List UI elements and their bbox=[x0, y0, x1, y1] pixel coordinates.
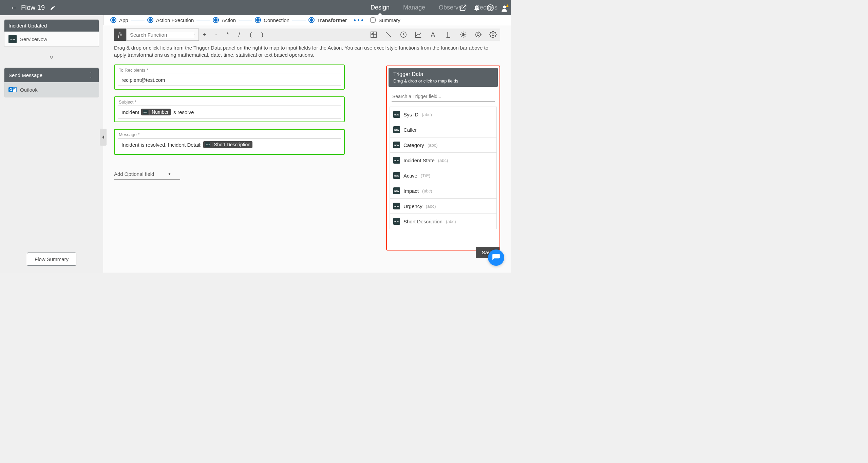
angle-fn-icon[interactable] bbox=[385, 31, 392, 38]
message-input[interactable]: Incident is resolved. Incident Detail: n… bbox=[118, 138, 341, 151]
search-icon[interactable] bbox=[194, 31, 195, 38]
fx-icon: fx bbox=[114, 29, 126, 41]
math-fn-icon[interactable]: + bbox=[370, 31, 377, 38]
subject-input[interactable]: Incident now|Number is resolve bbox=[118, 106, 341, 118]
function-search-container bbox=[126, 29, 199, 41]
action-app-name: Outlook bbox=[20, 87, 38, 93]
op-paren-close[interactable]: ) bbox=[257, 31, 268, 38]
idea-fn-icon[interactable]: $ bbox=[459, 31, 467, 38]
trigger-card-body[interactable]: now ServiceNow bbox=[4, 32, 99, 47]
to-recipients-field: To Recipients * recipient@test.com bbox=[114, 64, 345, 90]
tab-recipes[interactable]: Recipes bbox=[475, 1, 497, 15]
wizard-step-summary[interactable]: Summary bbox=[370, 17, 400, 23]
add-optional-field-dropdown[interactable]: Add Optional field ▼ bbox=[114, 171, 180, 180]
to-recipients-label: To Recipients * bbox=[116, 67, 343, 73]
trigger-field-active[interactable]: nowActive(T/F) bbox=[390, 168, 497, 183]
tab-observe[interactable]: Observe bbox=[439, 1, 462, 15]
action-card-header[interactable]: Send Message ⋯ bbox=[4, 68, 99, 82]
subject-field: Subject * Incident now|Number is resolve bbox=[114, 96, 345, 122]
op-paren-open[interactable]: ( bbox=[245, 31, 257, 38]
action-card-menu-icon[interactable]: ⋯ bbox=[87, 72, 95, 78]
to-recipients-input[interactable]: recipient@test.com bbox=[118, 74, 341, 86]
op-divide[interactable]: / bbox=[233, 31, 245, 38]
wizard-step-app[interactable]: App bbox=[110, 17, 128, 23]
form-fields-area: To Recipients * recipient@test.com Subje… bbox=[114, 64, 345, 162]
left-sidebar: Incident Updated now ServiceNow » .chevr… bbox=[0, 15, 103, 273]
outlook-icon: O bbox=[8, 86, 17, 94]
edit-flow-title-icon[interactable] bbox=[50, 5, 55, 11]
trigger-panel-header: Trigger Data Drag & drop or click to map… bbox=[389, 68, 498, 87]
trigger-search-input[interactable] bbox=[392, 94, 494, 99]
tab-manage[interactable]: Manage bbox=[403, 1, 425, 15]
trigger-field-sys-id[interactable]: nowSys ID(abc) bbox=[390, 107, 497, 122]
svg-text:i: i bbox=[447, 31, 449, 38]
trigger-panel-title: Trigger Data bbox=[393, 71, 493, 77]
trigger-field-list: nowSys ID(abc) nowCaller nowCategory(abc… bbox=[390, 107, 497, 250]
flow-title: Flow 19 bbox=[21, 4, 45, 12]
flow-summary-button[interactable]: Flow Summary bbox=[27, 253, 76, 266]
op-plus[interactable]: + bbox=[199, 31, 210, 38]
svg-point-24 bbox=[476, 32, 481, 37]
trigger-app-name: ServiceNow bbox=[20, 36, 47, 42]
chart-fn-icon[interactable] bbox=[415, 31, 422, 38]
text-fn-icon[interactable]: A bbox=[430, 31, 437, 38]
svg-line-21 bbox=[461, 36, 462, 37]
subject-label: Subject * bbox=[116, 98, 343, 105]
trigger-field-incident-state[interactable]: nowIncident State(abc) bbox=[390, 152, 497, 168]
header-left: ← Flow 19 bbox=[10, 3, 55, 12]
top-header: ← Flow 19 Design Manage Observe Recipes … bbox=[0, 0, 511, 15]
clock-gear-fn-icon[interactable] bbox=[474, 31, 482, 38]
trigger-data-panel: Trigger Data Drag & drop or click to map… bbox=[386, 66, 500, 251]
svg-point-29 bbox=[492, 34, 494, 36]
svg-line-19 bbox=[461, 33, 462, 33]
op-multiply[interactable]: * bbox=[222, 31, 233, 38]
time-fn-icon[interactable] bbox=[400, 31, 407, 38]
svg-text:+: + bbox=[372, 32, 373, 34]
function-category-toolbar: + A i $ bbox=[370, 31, 500, 38]
action-card-body[interactable]: O Outlook bbox=[4, 82, 99, 97]
svg-text:$: $ bbox=[463, 33, 464, 36]
trigger-card: Incident Updated now ServiceNow bbox=[4, 19, 99, 47]
user-warning-icon: ▲ bbox=[505, 3, 510, 8]
function-bar: fx + - * / ( ) + bbox=[114, 29, 500, 41]
trigger-card-header[interactable]: Incident Updated bbox=[4, 20, 99, 32]
servicenow-icon: now bbox=[8, 35, 17, 43]
svg-line-5 bbox=[195, 35, 195, 35]
wizard-progress-bar: App Action Execution Action Connection T… bbox=[103, 15, 511, 25]
helper-text: Drag & drop or click fields from the Tri… bbox=[114, 44, 500, 58]
svg-point-4 bbox=[194, 34, 195, 35]
gear-fn-icon[interactable] bbox=[489, 31, 497, 38]
op-minus[interactable]: - bbox=[210, 31, 222, 38]
svg-line-22 bbox=[465, 33, 466, 33]
trigger-field-urgency[interactable]: nowUrgency(abc) bbox=[390, 198, 497, 214]
svg-line-20 bbox=[465, 36, 466, 37]
wizard-step-action-execution[interactable]: Action Execution bbox=[147, 17, 194, 23]
collapse-sidebar-handle[interactable] bbox=[100, 129, 107, 146]
back-arrow-icon[interactable]: ← bbox=[10, 3, 18, 12]
wizard-step-transformer[interactable]: Transformer bbox=[308, 17, 347, 23]
flow-direction-icon: » bbox=[47, 55, 56, 59]
tab-design[interactable]: Design bbox=[371, 1, 390, 15]
info-fn-icon[interactable]: i bbox=[445, 31, 452, 38]
trigger-field-impact[interactable]: nowImpact(abc) bbox=[390, 183, 497, 199]
chat-support-icon[interactable] bbox=[488, 249, 504, 266]
number-chip[interactable]: now|Number bbox=[141, 109, 171, 115]
trigger-panel-subtitle: Drag & drop or click to map fields bbox=[393, 78, 493, 84]
main-canvas: App Action Execution Action Connection T… bbox=[103, 15, 511, 273]
user-profile-icon[interactable]: ▲ bbox=[500, 4, 508, 12]
message-field: Message * Incident is resolved. Incident… bbox=[114, 129, 345, 155]
wizard-step-action[interactable]: Action bbox=[213, 17, 236, 23]
wizard-step-connection[interactable]: Connection bbox=[255, 17, 289, 23]
operator-group: + - * / ( ) bbox=[199, 29, 268, 41]
trigger-field-category[interactable]: nowCategory(abc) bbox=[390, 137, 497, 153]
message-label: Message * bbox=[116, 131, 343, 137]
trigger-field-caller[interactable]: nowCaller bbox=[390, 122, 497, 137]
svg-point-25 bbox=[477, 34, 479, 36]
trigger-field-short-description[interactable]: nowShort Description(abc) bbox=[390, 214, 497, 229]
action-card: Send Message ⋯ O Outlook bbox=[4, 68, 99, 97]
short-description-chip[interactable]: now|Short Description bbox=[203, 141, 252, 148]
dropdown-caret-icon: ▼ bbox=[168, 172, 171, 176]
svg-text:A: A bbox=[431, 31, 435, 38]
trigger-search-container bbox=[392, 91, 495, 102]
function-search-input[interactable] bbox=[130, 32, 194, 38]
